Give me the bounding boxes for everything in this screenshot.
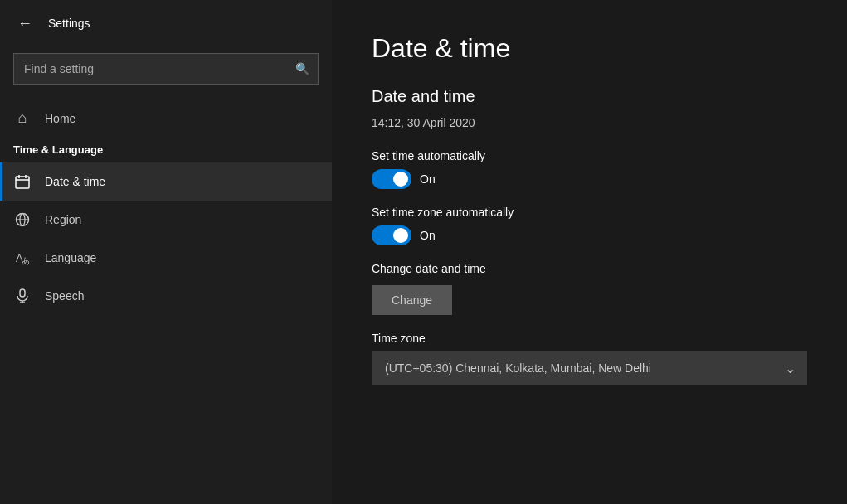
set-timezone-auto-row: Set time zone automatically On [372, 206, 807, 245]
change-date-label: Change date and time [372, 262, 807, 275]
sidebar: ← Settings 🔍 ⌂ Home Time & Language Date… [0, 0, 332, 504]
sidebar-item-speech[interactable]: Speech [0, 277, 332, 315]
set-time-auto-toggle-row: On [372, 169, 807, 189]
sidebar-item-date-time[interactable]: Date & time [0, 162, 332, 201]
svg-rect-0 [16, 177, 29, 188]
timezone-select[interactable]: (UTC+05:30) Chennai, Kolkata, Mumbai, Ne… [372, 351, 807, 385]
sidebar-item-language[interactable]: A あ Language [0, 239, 332, 277]
svg-text:あ: あ [22, 256, 30, 265]
current-time: 14:12, 30 April 2020 [372, 116, 807, 129]
svg-rect-9 [20, 289, 25, 297]
section-label: Time & Language [0, 138, 332, 162]
home-icon: ⌂ [13, 109, 32, 127]
set-timezone-auto-toggle[interactable] [372, 225, 411, 245]
language-icon: A あ [13, 250, 32, 265]
set-time-auto-row: Set time automatically On [372, 149, 807, 189]
sidebar-item-speech-label: Speech [45, 289, 84, 303]
sidebar-title: Settings [48, 17, 90, 30]
sidebar-item-home[interactable]: ⌂ Home [0, 98, 332, 138]
search-box[interactable]: 🔍 [13, 53, 319, 85]
timezone-row: Time zone (UTC+05:30) Chennai, Kolkata, … [372, 332, 807, 385]
sidebar-header: ← Settings [0, 0, 332, 46]
set-timezone-auto-label: Set time zone automatically [372, 206, 807, 219]
set-time-auto-toggle[interactable] [372, 169, 411, 189]
set-time-auto-label: Set time automatically [372, 149, 807, 162]
timezone-wrapper: (UTC+05:30) Chennai, Kolkata, Mumbai, Ne… [372, 351, 807, 385]
microphone-icon [13, 288, 32, 303]
search-icon: 🔍 [295, 62, 309, 75]
section-title: Date and time [372, 87, 807, 106]
sidebar-item-region[interactable]: Region [0, 201, 332, 239]
set-timezone-auto-value: On [420, 229, 436, 242]
sidebar-item-region-label: Region [45, 213, 81, 226]
search-input[interactable] [14, 54, 318, 84]
toggle-slider-timezone [372, 225, 411, 245]
main-content: Date & time Date and time 14:12, 30 Apri… [332, 0, 847, 504]
sidebar-item-language-label: Language [45, 251, 96, 264]
timezone-label: Time zone [372, 332, 807, 345]
globe-icon [13, 212, 32, 227]
back-button[interactable]: ← [13, 12, 37, 35]
calendar-icon [13, 174, 32, 189]
toggle-slider-time [372, 169, 411, 189]
page-title: Date & time [372, 33, 807, 64]
change-button[interactable]: Change [372, 285, 452, 315]
change-date-row: Change date and time Change [372, 262, 807, 315]
sidebar-item-date-time-label: Date & time [45, 175, 105, 188]
set-timezone-auto-toggle-row: On [372, 225, 807, 245]
sidebar-item-home-label: Home [45, 112, 75, 125]
set-time-auto-value: On [420, 172, 436, 186]
